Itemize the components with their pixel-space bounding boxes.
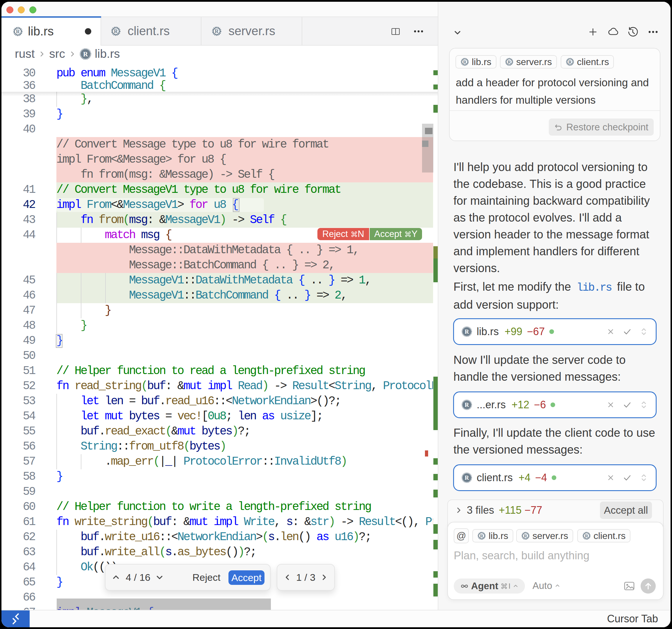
svg-text:R: R [114, 28, 118, 34]
svg-text:R: R [524, 533, 527, 538]
svg-text:R: R [465, 328, 469, 335]
svg-text:R: R [507, 59, 511, 65]
svg-text:R: R [585, 533, 588, 538]
svg-text:R: R [465, 475, 469, 481]
svg-text:R: R [465, 402, 469, 408]
svg-text:R: R [463, 59, 466, 65]
svg-text:R: R [83, 51, 88, 58]
svg-text:R: R [16, 28, 20, 34]
svg-text:R: R [480, 533, 483, 538]
svg-text:R: R [215, 28, 219, 34]
svg-text:R: R [568, 59, 572, 65]
